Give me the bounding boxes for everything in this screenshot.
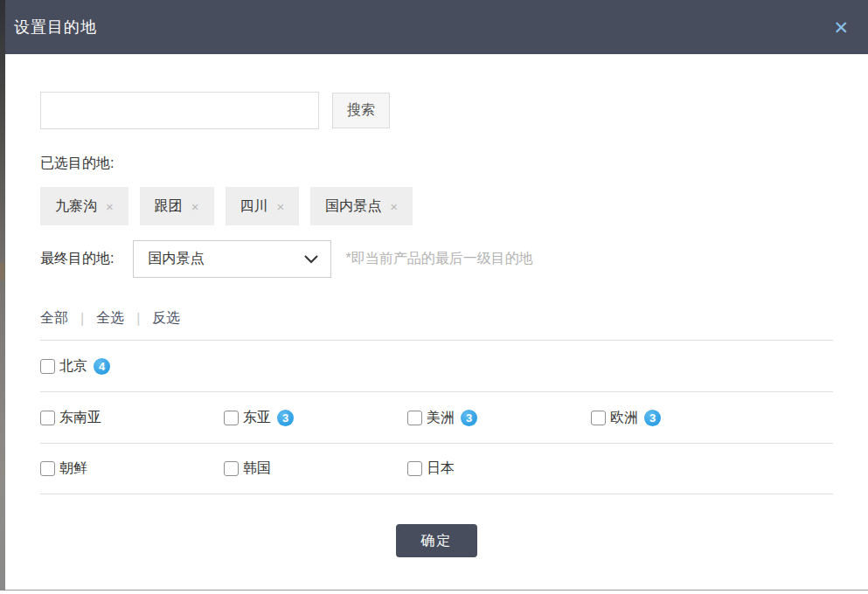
dest-item-japan[interactable]: 日本 bbox=[407, 459, 591, 478]
tag-label: 跟团 bbox=[155, 197, 183, 216]
modal-body: 搜索 已选目的地: 九寨沟 × 跟团 × 四川 × 国内景点 × bbox=[5, 54, 868, 557]
checkbox[interactable] bbox=[407, 411, 422, 425]
dest-item-europe[interactable]: 欧洲 3 bbox=[591, 409, 774, 427]
checkbox[interactable] bbox=[40, 461, 55, 476]
tag-label: 四川 bbox=[240, 197, 268, 216]
count-badge: 3 bbox=[277, 410, 294, 426]
link-separator: | bbox=[80, 311, 84, 327]
dest-item-south-korea[interactable]: 韩国 bbox=[224, 459, 407, 478]
confirm-button[interactable]: 确定 bbox=[396, 524, 477, 557]
screen: 设置目的地 ✕ 搜索 已选目的地: 九寨沟 × 跟团 × 四川 bbox=[0, 0, 868, 594]
tag-remove-icon[interactable]: × bbox=[106, 199, 114, 214]
search-input[interactable] bbox=[40, 92, 319, 129]
chevron-down-icon bbox=[304, 252, 318, 267]
filter-link-select-all[interactable]: 全选 bbox=[96, 309, 124, 328]
destination-row: 朝鲜 韩国 日本 bbox=[40, 443, 833, 494]
filter-link-invert[interactable]: 反选 bbox=[152, 309, 180, 328]
dest-label: 朝鲜 bbox=[59, 459, 87, 478]
checkbox[interactable] bbox=[40, 359, 55, 374]
count-badge: 3 bbox=[461, 410, 477, 426]
modal-header: 设置目的地 ✕ bbox=[5, 0, 868, 54]
dest-item-north-korea[interactable]: 朝鲜 bbox=[40, 459, 224, 478]
tag-sichuan[interactable]: 四川 × bbox=[226, 187, 300, 225]
tag-gentuan[interactable]: 跟团 × bbox=[140, 187, 214, 225]
tag-label: 国内景点 bbox=[325, 197, 381, 216]
background-page-artifact bbox=[0, 263, 4, 280]
set-destination-modal: 设置目的地 ✕ 搜索 已选目的地: 九寨沟 × 跟团 × 四川 bbox=[5, 0, 868, 591]
tag-remove-icon[interactable]: × bbox=[390, 199, 398, 214]
tag-label: 九寨沟 bbox=[55, 197, 97, 216]
final-destination-row: 最终目的地: 国内景点 *即当前产品的最后一级目的地 bbox=[40, 240, 833, 278]
modal-footer: 确定 bbox=[40, 524, 833, 557]
dest-label: 美洲 bbox=[427, 409, 455, 427]
final-destination-value: 国内景点 bbox=[148, 250, 204, 268]
count-badge: 3 bbox=[644, 410, 661, 426]
destination-row: 北京 4 bbox=[40, 340, 833, 391]
destination-row: 东南亚 东亚 3 美洲 3 欧洲 3 bbox=[40, 391, 833, 443]
modal-title: 设置目的地 bbox=[14, 17, 97, 38]
filter-links-row: 全部 | 全选 | 反选 bbox=[40, 309, 833, 328]
checkbox[interactable] bbox=[224, 461, 239, 476]
destination-list: 北京 4 东南亚 东亚 3 美洲 bbox=[40, 340, 833, 494]
search-button[interactable]: 搜索 bbox=[332, 93, 390, 128]
final-destination-label: 最终目的地: bbox=[40, 250, 114, 268]
checkbox[interactable] bbox=[591, 411, 606, 425]
dest-label: 东亚 bbox=[243, 409, 271, 427]
dest-item-americas[interactable]: 美洲 3 bbox=[407, 409, 591, 427]
link-separator: | bbox=[136, 311, 140, 327]
dest-item-east-asia[interactable]: 东亚 3 bbox=[224, 409, 407, 427]
checkbox[interactable] bbox=[224, 411, 239, 425]
dest-label: 日本 bbox=[427, 459, 455, 478]
filter-link-all[interactable]: 全部 bbox=[40, 309, 68, 328]
tag-jiuzhaigou[interactable]: 九寨沟 × bbox=[40, 187, 128, 225]
dest-label: 欧洲 bbox=[610, 409, 638, 427]
dest-label: 北京 bbox=[59, 357, 87, 376]
final-destination-select[interactable]: 国内景点 bbox=[133, 240, 331, 278]
tag-remove-icon[interactable]: × bbox=[277, 199, 285, 214]
checkbox[interactable] bbox=[40, 411, 55, 425]
checkbox[interactable] bbox=[407, 461, 422, 476]
count-badge: 4 bbox=[94, 358, 110, 375]
close-icon[interactable]: ✕ bbox=[833, 18, 849, 37]
tag-remove-icon[interactable]: × bbox=[191, 199, 199, 214]
final-destination-note: *即当前产品的最后一级目的地 bbox=[345, 250, 532, 268]
tag-domestic-scenic[interactable]: 国内景点 × bbox=[310, 187, 413, 225]
dest-label: 韩国 bbox=[243, 459, 271, 478]
selected-tags-row: 九寨沟 × 跟团 × 四川 × 国内景点 × bbox=[40, 187, 833, 225]
dest-item-beijing[interactable]: 北京 4 bbox=[40, 357, 224, 376]
selected-destinations-label: 已选目的地: bbox=[40, 155, 833, 173]
dest-item-southeast-asia[interactable]: 东南亚 bbox=[40, 409, 224, 427]
search-row: 搜索 bbox=[40, 92, 833, 129]
dest-label: 东南亚 bbox=[59, 409, 101, 427]
